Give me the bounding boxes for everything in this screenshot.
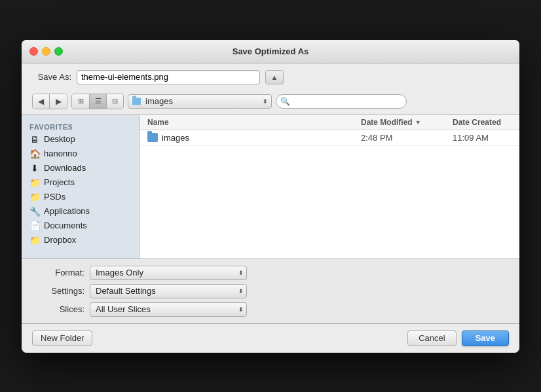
sidebar-item-hanonno[interactable]: 🏠 hanonno [22,147,139,161]
minimize-button[interactable] [42,47,50,56]
location-wrapper: images ⬍ [128,94,272,109]
psds-folder-icon: 📁 [29,192,40,202]
col-modified-header[interactable]: Date Modified ▼ [356,116,447,128]
saveas-row: Save As: ▲ [22,63,519,91]
file-created-cell: 11:09 AM [447,132,519,144]
filename-input[interactable] [77,70,260,84]
save-button[interactable]: Save [462,330,509,346]
save-dialog: Save Optimized As Save As: ▲ ◀ ▶ ⊞ ☰ ⊟ i… [22,40,519,353]
home-icon: 🏠 [29,149,40,159]
location-label: images [145,96,173,106]
search-wrapper: 🔍 [276,94,407,109]
expand-arrow-button[interactable]: ▲ [265,70,284,84]
downloads-icon: ⬇ [29,163,40,173]
sidebar-label-dropbox: Dropbox [44,235,76,245]
file-list: Name Date Modified ▼ Date Created images… [140,115,519,258]
search-input[interactable] [276,94,407,109]
saveas-label: Save As: [32,72,71,82]
settings-select-wrapper: Default Settings Custom ⬍ [90,284,247,298]
dialog-title: Save Optimized As [233,46,309,56]
cancel-button[interactable]: Cancel [407,330,456,346]
file-list-header: Name Date Modified ▼ Date Created [140,115,519,130]
settings-label: Settings: [32,286,84,296]
settings-select[interactable]: Default Settings Custom [90,284,247,298]
slices-select[interactable]: All User Slices Selected Slices [90,302,247,317]
folder-icon [132,98,141,105]
format-section: Format: Images Only HTML and Images CSS … [22,259,519,324]
table-row[interactable]: images 2:48 PM 11:09 AM [140,130,519,146]
sidebar-item-applications[interactable]: 🔧 Applications [22,204,139,219]
format-row: Format: Images Only HTML and Images CSS … [32,266,509,280]
settings-row: Settings: Default Settings Custom ⬍ [32,284,509,298]
sidebar-item-psds[interactable]: 📁 PSDs [22,190,139,204]
sidebar-label-applications: Applications [44,206,90,216]
sidebar-item-desktop[interactable]: 🖥 Desktop [22,132,139,147]
traffic-lights [29,47,63,56]
format-select-wrapper: Images Only HTML and Images CSS Layers S… [90,266,247,280]
sidebar-item-downloads[interactable]: ⬇ Downloads [22,161,139,175]
forward-button[interactable]: ▶ [50,94,67,109]
file-name-cell: images [140,132,356,144]
sidebar-label-hanonno: hanonno [44,149,77,158]
file-name-label: images [162,133,189,143]
applications-icon: 🔧 [29,206,40,217]
bottom-bar: New Folder Cancel Save [22,324,519,353]
folder-icon-row [147,133,158,142]
slices-label: Slices: [32,304,84,314]
file-modified-cell: 2:48 PM [356,132,447,144]
list-view-button[interactable]: ☰ [89,94,106,109]
dropbox-icon: 📁 [29,235,40,245]
sidebar-label-desktop: Desktop [44,134,75,144]
col-created-header[interactable]: Date Created [447,116,519,128]
sidebar-label-psds: PSDs [44,192,65,202]
location-dropdown[interactable]: images ⬍ [128,94,272,109]
sidebar-item-projects[interactable]: 📁 Projects [22,175,139,190]
maximize-button[interactable] [54,47,63,56]
close-button[interactable] [29,47,38,56]
sidebar-item-documents[interactable]: 📄 Documents [22,219,139,233]
view-group: ⊞ ☰ ⊟ [71,94,124,109]
format-label: Format: [32,268,84,277]
documents-icon: 📄 [29,221,40,231]
desktop-icon: 🖥 [29,134,40,145]
sidebar-label-documents: Documents [44,221,87,230]
sidebar-section-favorites: FAVORITES [22,120,139,132]
col-name-header[interactable]: Name [140,116,356,128]
location-chevron-icon: ⬍ [263,98,268,105]
new-folder-button[interactable]: New Folder [32,330,92,346]
nav-group: ◀ ▶ [32,94,67,109]
slices-select-wrapper: All User Slices Selected Slices ⬍ [90,302,247,317]
sidebar-label-downloads: Downloads [44,163,86,173]
titlebar: Save Optimized As [22,40,519,63]
projects-folder-icon: 📁 [29,177,40,188]
sort-arrow-icon: ▼ [415,119,421,126]
sidebar-item-dropbox[interactable]: 📁 Dropbox [22,233,139,247]
back-button[interactable]: ◀ [33,94,50,109]
icon-view-button[interactable]: ⊞ [72,94,89,109]
toolbar: ◀ ▶ ⊞ ☰ ⊟ images ⬍ 🔍 [22,91,519,115]
sidebar-label-projects: Projects [44,177,75,187]
column-view-button[interactable]: ⊟ [106,94,123,109]
file-browser: FAVORITES 🖥 Desktop 🏠 hanonno ⬇ Download… [22,115,519,259]
right-buttons: Cancel Save [407,330,509,346]
slices-row: Slices: All User Slices Selected Slices … [32,302,509,317]
sidebar: FAVORITES 🖥 Desktop 🏠 hanonno ⬇ Download… [22,115,140,258]
format-select[interactable]: Images Only HTML and Images CSS Layers S… [90,266,247,280]
